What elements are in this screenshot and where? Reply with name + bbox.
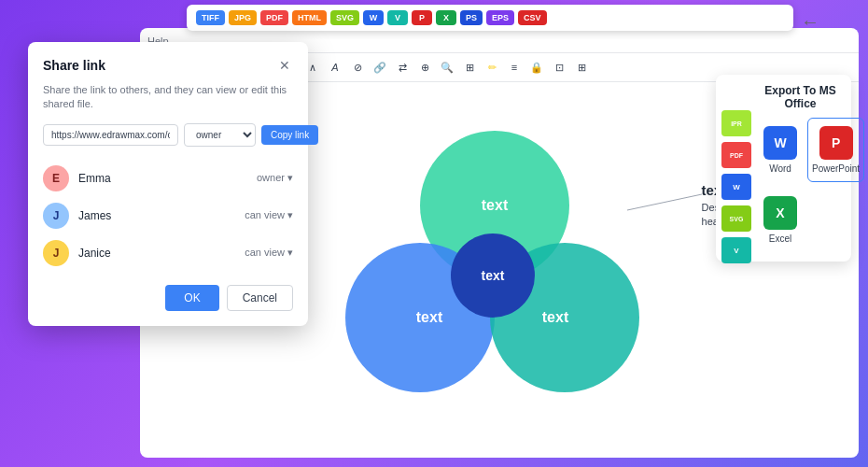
venn-center-label: text [482, 268, 505, 283]
format-svg[interactable]: SVG [330, 10, 359, 25]
user-name-emma: Emma [78, 172, 247, 185]
avatar-janice: J [43, 240, 69, 266]
annotation-line-svg [627, 187, 702, 215]
format-pdf[interactable]: PDF [260, 10, 288, 25]
link-input[interactable] [43, 124, 178, 146]
user-role-james[interactable]: can view ▾ [245, 209, 293, 221]
avatar-emma: E [43, 165, 69, 191]
export-excel-item[interactable]: X Excel [759, 188, 802, 252]
venn-bottom-left-label: text [416, 309, 442, 326]
format-csv[interactable]: CSV [518, 10, 547, 25]
dialog-title: Share link [43, 58, 105, 73]
venn-top-label: text [482, 197, 508, 214]
format-eps[interactable]: EPS [486, 10, 514, 25]
share-dialog: Share link ✕ Share the link to others, a… [28, 42, 308, 326]
format-jpg[interactable]: JPG [229, 10, 257, 25]
dialog-description: Share the link to others, and they can v… [43, 83, 293, 112]
link-row: owner can edit can view Copy link [43, 123, 293, 147]
side-icon-visio[interactable]: V [721, 237, 751, 263]
export-word-item[interactable]: W Word [759, 118, 802, 182]
user-row-janice: J Janice can view ▾ [43, 234, 293, 272]
arrow-icon: ← [801, 11, 819, 33]
cancel-button[interactable]: Cancel [227, 285, 293, 311]
dialog-header: Share link ✕ [43, 57, 293, 74]
format-html[interactable]: HTML [292, 10, 327, 25]
tool-pen[interactable]: ✏ [482, 57, 502, 78]
powerpoint-label: PowerPoint [812, 163, 860, 174]
word-icon: W [763, 126, 797, 160]
ok-button[interactable]: OK [165, 285, 218, 311]
user-name-janice: Janice [78, 247, 235, 260]
tool-more[interactable]: ⊞ [571, 57, 592, 78]
venn-circle-center[interactable]: text [451, 234, 535, 318]
tool-lock[interactable]: 🔒 [526, 57, 547, 78]
export-grid: W Word P PowerPoint X Excel [759, 118, 842, 252]
format-tiff[interactable]: TIFF [196, 10, 225, 25]
side-icon-ipr[interactable]: IPR [721, 110, 751, 136]
side-icon-svg[interactable]: SVG [721, 205, 751, 232]
tool-zoom[interactable]: ⊕ [414, 57, 435, 78]
user-row-james: J James can view ▾ [43, 197, 293, 234]
tool-fill[interactable]: ⊘ [347, 57, 368, 78]
avatar-james: J [43, 203, 69, 229]
svg-line-0 [627, 194, 702, 210]
export-side-icons: IPR PDF W SVG V [721, 110, 751, 263]
tool-link[interactable]: 🔗 [370, 57, 390, 78]
venn-diagram: text text text text [345, 131, 644, 458]
powerpoint-icon: P [819, 126, 853, 160]
user-row-emma: E Emma owner ▾ [43, 160, 293, 197]
close-button[interactable]: ✕ [276, 57, 293, 74]
user-role-janice[interactable]: can view ▾ [245, 247, 293, 259]
dialog-actions: OK Cancel [43, 285, 293, 311]
venn-bottom-right-label: text [542, 309, 568, 326]
excel-icon: X [763, 196, 797, 230]
format-ps[interactable]: PS [460, 10, 483, 25]
user-name-james: James [78, 209, 235, 222]
format-toolbar: TIFF JPG PDF HTML SVG W V P X PS EPS CSV [187, 5, 793, 31]
format-ppt[interactable]: P [412, 10, 432, 25]
side-icon-word[interactable]: W [721, 174, 751, 200]
format-word[interactable]: W [363, 10, 384, 25]
export-panel: IPR PDF W SVG V Export To MS Office W Wo… [716, 75, 851, 262]
tool-crop[interactable]: ⊡ [549, 57, 569, 78]
side-icon-pdf[interactable]: PDF [721, 142, 751, 168]
word-label: Word [769, 163, 791, 174]
copy-link-button[interactable]: Copy link [261, 125, 318, 145]
user-role-emma[interactable]: owner ▾ [257, 172, 293, 184]
format-visio[interactable]: V [387, 10, 408, 25]
tool-connect[interactable]: ⇄ [392, 57, 413, 78]
export-panel-content: Export To MS Office W Word P PowerPoint … [759, 84, 842, 252]
owner-select[interactable]: owner can edit can view [184, 123, 256, 147]
tool-grid[interactable]: ⊞ [459, 57, 480, 78]
tool-list[interactable]: ≡ [504, 57, 525, 78]
tool-font[interactable]: A [325, 57, 345, 78]
format-excel[interactable]: X [436, 10, 456, 25]
export-title: Export To MS Office [759, 84, 842, 110]
tool-search[interactable]: 🔍 [437, 57, 457, 78]
export-powerpoint-item[interactable]: P PowerPoint [807, 118, 864, 182]
excel-label: Excel [769, 234, 791, 244]
